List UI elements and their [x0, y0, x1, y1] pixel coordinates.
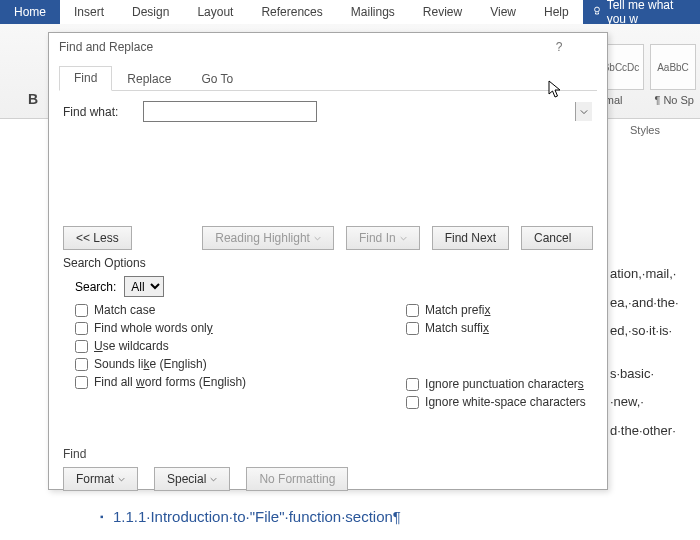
tell-me-search[interactable]: Tell me what you w	[583, 0, 700, 24]
doc-fragment: d·the·other·	[610, 417, 700, 446]
chevron-down-icon	[314, 231, 321, 245]
chevron-down-icon	[210, 472, 217, 486]
whole-words-checkbox[interactable]: Find whole words only	[75, 321, 246, 335]
dialog-help-button[interactable]: ?	[545, 36, 573, 58]
reading-highlight-button[interactable]: Reading Highlight	[202, 226, 334, 250]
dialog-titlebar[interactable]: Find and Replace ?	[49, 33, 607, 61]
reading-highlight-label: Reading Highlight	[215, 231, 310, 245]
doc-fragment: ea,·and·the·	[610, 289, 700, 318]
ribbon-tab-references[interactable]: References	[247, 0, 336, 24]
ignore-punctuation-checkbox[interactable]: Ignore punctuation characters	[406, 377, 586, 391]
styles-section-label: Styles	[630, 124, 660, 136]
doc-fragment: s·basic·	[610, 360, 700, 389]
find-what-dropdown[interactable]	[575, 102, 592, 121]
ribbon-tab-view[interactable]: View	[476, 0, 530, 24]
doc-fragment: ed,·so·it·is·	[610, 317, 700, 346]
options-left-column: Match case Find whole words only Use wil…	[75, 303, 246, 409]
dialog-close-button[interactable]	[573, 36, 601, 58]
ribbon-tab-layout[interactable]: Layout	[183, 0, 247, 24]
match-suffix-checkbox[interactable]: Match suffix	[406, 321, 586, 335]
ribbon-tabs: Home Insert Design Layout References Mai…	[0, 0, 700, 24]
search-direction-select[interactable]: All	[124, 276, 164, 297]
special-label: Special	[167, 472, 206, 486]
find-next-button[interactable]: Find Next	[432, 226, 509, 250]
doc-fragment: ation,·mail,·	[610, 260, 700, 289]
ignore-whitespace-checkbox[interactable]: Ignore white-space characters	[406, 395, 586, 409]
dialog-tab-find[interactable]: Find	[59, 66, 112, 91]
bold-button[interactable]: B	[22, 88, 44, 110]
chevron-down-icon	[400, 231, 407, 245]
chevron-down-icon	[118, 472, 125, 486]
dialog-title: Find and Replace	[59, 40, 545, 54]
find-footer-label: Find	[63, 447, 593, 461]
cancel-button[interactable]: Cancel	[521, 226, 593, 250]
less-button[interactable]: << Less	[63, 226, 132, 250]
options-right-column: Match prefix Match suffix Ignore punctua…	[406, 303, 586, 409]
ribbon-tab-home[interactable]: Home	[0, 0, 60, 24]
find-in-button[interactable]: Find In	[346, 226, 420, 250]
format-label: Format	[76, 472, 114, 486]
no-formatting-button[interactable]: No Formatting	[246, 467, 348, 491]
search-options-label: Search Options	[63, 256, 593, 270]
match-case-checkbox[interactable]: Match case	[75, 303, 246, 317]
special-button[interactable]: Special	[154, 467, 230, 491]
dialog-tab-replace[interactable]: Replace	[112, 67, 186, 91]
svg-point-0	[594, 7, 599, 12]
find-what-input[interactable]	[143, 101, 317, 122]
word-forms-checkbox[interactable]: Find all word forms (English)	[75, 375, 246, 389]
ribbon-tab-insert[interactable]: Insert	[60, 0, 118, 24]
style-preview-nospacing[interactable]: AaBbC	[650, 44, 696, 90]
lightbulb-icon	[591, 5, 603, 20]
match-prefix-checkbox[interactable]: Match prefix	[406, 303, 586, 317]
chevron-down-icon	[580, 105, 588, 119]
search-direction-label: Search:	[75, 280, 116, 294]
ribbon-tab-mailings[interactable]: Mailings	[337, 0, 409, 24]
format-button[interactable]: Format	[63, 467, 138, 491]
ribbon-tab-review[interactable]: Review	[409, 0, 476, 24]
tell-me-label: Tell me what you w	[607, 0, 692, 26]
use-wildcards-checkbox[interactable]: Use wildcards	[75, 339, 246, 353]
dialog-tab-goto[interactable]: Go To	[186, 67, 248, 91]
doc-fragment: ·new,·	[610, 388, 700, 417]
find-replace-dialog: Find and Replace ? Find Replace Go To Fi…	[48, 32, 608, 490]
doc-heading-row: ▪ 1.1.1·Introduction·to·"File"·function·…	[100, 508, 401, 525]
dialog-tabs: Find Replace Go To	[59, 65, 597, 91]
find-in-label: Find In	[359, 231, 396, 245]
sounds-like-checkbox[interactable]: Sounds like (English)	[75, 357, 246, 371]
doc-heading: 1.1.1·Introduction·to·"File"·function·se…	[113, 508, 401, 525]
ribbon-tab-design[interactable]: Design	[118, 0, 183, 24]
ribbon-tab-help[interactable]: Help	[530, 0, 583, 24]
style-label-nospacing: ¶ No Sp	[654, 94, 694, 106]
bullet-icon: ▪	[100, 511, 104, 522]
find-what-label: Find what:	[63, 105, 133, 119]
